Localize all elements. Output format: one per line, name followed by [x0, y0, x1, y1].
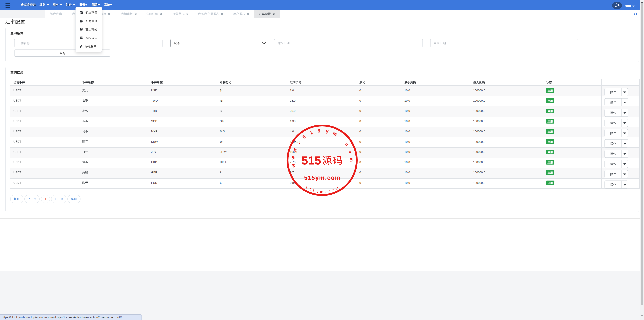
svg-text:28.0: 28.0	[290, 99, 295, 102]
svg-text:£: £	[220, 171, 222, 174]
svg-text:NT: NT	[220, 99, 224, 102]
svg-text:100000.0: 100000.0	[473, 181, 485, 184]
svg-text:10.0: 10.0	[404, 99, 410, 102]
svg-text:MYR: MYR	[151, 130, 158, 133]
svg-text:100000.0: 100000.0	[473, 140, 485, 143]
svg-text:S$: S$	[220, 120, 224, 123]
svg-text:10.0: 10.0	[404, 171, 410, 174]
svg-text:4.0: 4.0	[290, 130, 294, 133]
svg-text:$: $	[220, 89, 222, 92]
svg-text:100000.0: 100000.0	[473, 89, 485, 92]
svg-text:100000.0: 100000.0	[473, 161, 485, 164]
svg-text:0: 0	[359, 171, 361, 174]
svg-text:1: 1	[45, 197, 46, 201]
svg-text:0: 0	[359, 109, 361, 112]
svg-text:100000.0: 100000.0	[473, 130, 485, 133]
svg-text:HKD: HKD	[151, 161, 157, 164]
svg-text:HK $: HK $	[220, 161, 226, 164]
svg-text:USD: USD	[151, 89, 157, 92]
svg-text:€: €	[220, 181, 222, 184]
svg-text:10.0: 10.0	[404, 181, 410, 184]
svg-text:THB: THB	[151, 109, 157, 112]
svg-text:EUR: EUR	[151, 181, 157, 184]
svg-text:100000.0: 100000.0	[473, 99, 485, 102]
svg-text:TWD: TWD	[151, 99, 158, 102]
svg-text:JPY¥: JPY¥	[220, 150, 227, 153]
svg-text:1.0: 1.0	[290, 89, 294, 92]
svg-text:100000.0: 100000.0	[473, 120, 485, 123]
svg-text:0: 0	[359, 120, 361, 123]
svg-text:100000.0: 100000.0	[473, 171, 485, 174]
svg-text:100000.0: 100000.0	[473, 150, 485, 153]
svg-text:KRW: KRW	[151, 140, 158, 143]
svg-text:0: 0	[359, 181, 361, 184]
svg-text:10.0: 10.0	[404, 120, 410, 123]
svg-text:1.33: 1.33	[290, 120, 295, 123]
svg-text:10.0: 10.0	[404, 140, 410, 143]
svg-text:0: 0	[359, 140, 361, 143]
svg-text:7.75: 7.75	[290, 161, 295, 164]
svg-text:₩: ₩	[220, 140, 223, 143]
svg-text:0: 0	[359, 161, 361, 164]
svg-text:0: 0	[359, 89, 361, 92]
svg-text:https://tiktok.jiuzhouw.top/ad: https://tiktok.jiuzhouw.top/admin/normal…	[2, 316, 122, 319]
svg-text:30.0: 30.0	[290, 109, 295, 112]
svg-text:10.0: 10.0	[404, 161, 410, 164]
svg-text:100000.0: 100000.0	[473, 109, 485, 112]
svg-text:0: 0	[359, 130, 361, 133]
svg-text:10.0: 10.0	[404, 130, 410, 133]
svg-text:M $: M $	[220, 130, 225, 133]
svg-text:0: 0	[359, 150, 361, 153]
svg-text:10.0: 10.0	[404, 109, 410, 112]
svg-text:GBP: GBP	[151, 171, 157, 174]
svg-text:0: 0	[359, 99, 361, 102]
svg-text:10.0: 10.0	[404, 89, 410, 92]
svg-text:SGD: SGD	[151, 120, 157, 123]
svg-text:JPY: JPY	[151, 150, 156, 153]
svg-text:10.0: 10.0	[404, 150, 410, 153]
